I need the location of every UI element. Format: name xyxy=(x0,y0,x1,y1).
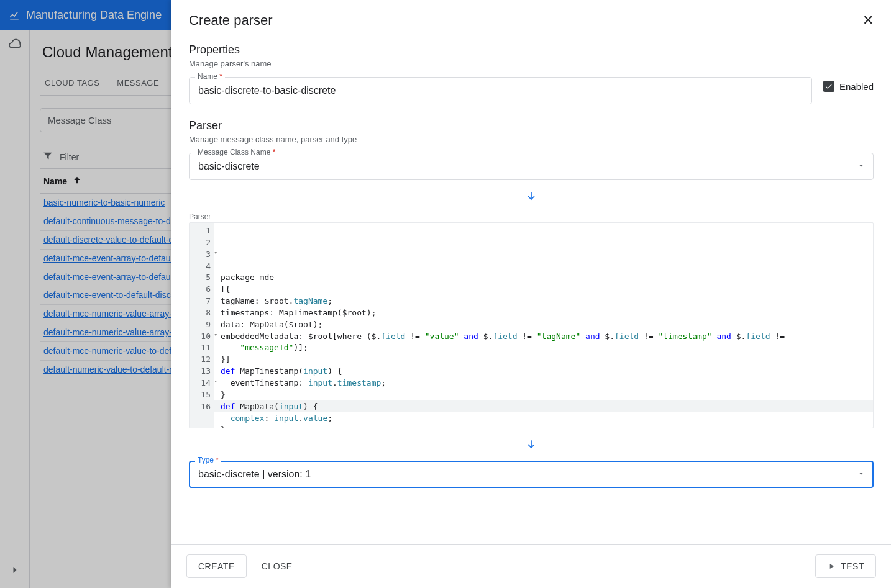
arrow-down-icon xyxy=(189,190,874,202)
enabled-label: Enabled xyxy=(839,81,874,92)
editor-gutter: 12345678910111213141516 xyxy=(190,223,214,428)
create-button[interactable]: CREATE xyxy=(186,554,247,578)
parser-heading: Parser xyxy=(189,119,874,132)
dialog-footer: CREATE CLOSE TEST xyxy=(171,544,891,588)
parser-sub: Manage message class name, parser and ty… xyxy=(189,135,874,144)
name-input[interactable] xyxy=(189,77,812,104)
test-button[interactable]: TEST xyxy=(815,554,876,578)
type-select[interactable] xyxy=(189,461,874,488)
editor-code[interactable]: package mde[{tagName: $root.tagName;time… xyxy=(214,223,873,428)
arrow-down-icon xyxy=(189,438,874,451)
create-parser-dialog: Create parser ✕ Properties Manage parser… xyxy=(171,0,891,588)
enabled-checkbox[interactable] xyxy=(823,81,834,92)
message-class-select[interactable] xyxy=(189,153,874,180)
type-field-label: Type * xyxy=(195,456,221,464)
properties-sub: Manage parser's name xyxy=(189,59,874,68)
close-button[interactable]: CLOSE xyxy=(258,555,296,577)
parser-editor-label: Parser xyxy=(189,212,874,221)
properties-heading: Properties xyxy=(189,43,874,57)
parser-code-editor[interactable]: 12345678910111213141516 package mde[{tag… xyxy=(189,222,874,428)
name-field-label: Name * xyxy=(195,72,225,81)
message-class-label: Message Class Name * xyxy=(195,148,278,156)
dialog-title: Create parser xyxy=(189,12,273,29)
close-icon[interactable]: ✕ xyxy=(862,14,874,27)
play-icon xyxy=(827,562,836,571)
